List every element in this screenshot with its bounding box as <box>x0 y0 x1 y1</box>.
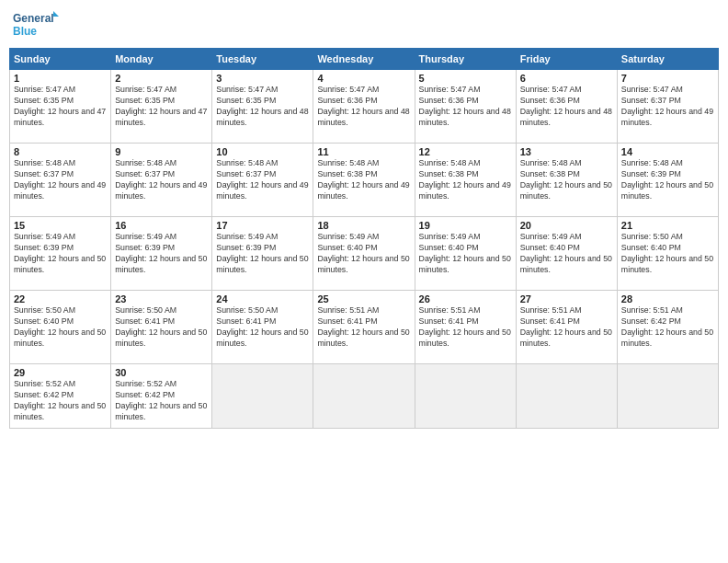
day-number: 17 <box>216 220 309 231</box>
calendar-cell: 26Sunrise: 5:51 AMSunset: 6:41 PMDayligh… <box>415 291 516 364</box>
calendar-cell: 10Sunrise: 5:48 AMSunset: 6:37 PMDayligh… <box>212 144 313 217</box>
calendar-cell: 9Sunrise: 5:48 AMSunset: 6:37 PMDaylight… <box>111 144 212 217</box>
day-info: Sunrise: 5:47 AMSunset: 6:35 PMDaylight:… <box>216 85 309 129</box>
logo: General Blue <box>13 9 61 42</box>
calendar-row: 8Sunrise: 5:48 AMSunset: 6:37 PMDaylight… <box>10 144 719 217</box>
calendar-cell: 29Sunrise: 5:52 AMSunset: 6:42 PMDayligh… <box>10 364 111 429</box>
day-info: Sunrise: 5:52 AMSunset: 6:42 PMDaylight:… <box>14 379 107 423</box>
day-info: Sunrise: 5:48 AMSunset: 6:38 PMDaylight:… <box>317 158 410 202</box>
day-number: 9 <box>115 146 208 157</box>
calendar-cell: 2Sunrise: 5:47 AMSunset: 6:35 PMDaylight… <box>111 70 212 144</box>
day-info: Sunrise: 5:47 AMSunset: 6:35 PMDaylight:… <box>115 85 208 129</box>
day-info: Sunrise: 5:49 AMSunset: 6:40 PMDaylight:… <box>419 232 512 276</box>
day-number: 6 <box>520 73 613 84</box>
day-info: Sunrise: 5:51 AMSunset: 6:41 PMDaylight:… <box>419 305 512 350</box>
day-number: 3 <box>216 73 309 84</box>
calendar-cell: 8Sunrise: 5:48 AMSunset: 6:37 PMDaylight… <box>10 144 111 217</box>
day-info: Sunrise: 5:49 AMSunset: 6:40 PMDaylight:… <box>317 232 410 276</box>
calendar-cell: 17Sunrise: 5:49 AMSunset: 6:39 PMDayligh… <box>212 217 313 291</box>
svg-text:General: General <box>13 12 54 25</box>
day-info: Sunrise: 5:48 AMSunset: 6:37 PMDaylight:… <box>216 158 309 202</box>
calendar-cell <box>212 364 313 429</box>
day-number: 7 <box>621 73 714 84</box>
calendar-cell: 3Sunrise: 5:47 AMSunset: 6:35 PMDaylight… <box>212 70 313 144</box>
calendar-cell: 14Sunrise: 5:48 AMSunset: 6:39 PMDayligh… <box>617 144 718 217</box>
weekday-header: Sunday <box>10 49 111 70</box>
weekday-header: Saturday <box>617 49 718 70</box>
svg-marker-2 <box>53 11 59 17</box>
day-info: Sunrise: 5:48 AMSunset: 6:38 PMDaylight:… <box>520 158 613 202</box>
weekday-header: Friday <box>516 49 617 70</box>
page-header: General Blue <box>9 9 719 42</box>
day-info: Sunrise: 5:48 AMSunset: 6:39 PMDaylight:… <box>621 158 714 202</box>
day-info: Sunrise: 5:50 AMSunset: 6:41 PMDaylight:… <box>115 305 208 350</box>
calendar-cell: 7Sunrise: 5:47 AMSunset: 6:37 PMDaylight… <box>617 70 718 144</box>
day-info: Sunrise: 5:49 AMSunset: 6:39 PMDaylight:… <box>14 232 107 276</box>
day-number: 5 <box>419 73 512 84</box>
day-number: 28 <box>621 293 714 304</box>
calendar-cell: 19Sunrise: 5:49 AMSunset: 6:40 PMDayligh… <box>415 217 516 291</box>
day-info: Sunrise: 5:52 AMSunset: 6:42 PMDaylight:… <box>115 379 208 423</box>
calendar-cell: 15Sunrise: 5:49 AMSunset: 6:39 PMDayligh… <box>10 217 111 291</box>
calendar-row: 1Sunrise: 5:47 AMSunset: 6:35 PMDaylight… <box>10 70 719 144</box>
calendar-cell: 24Sunrise: 5:50 AMSunset: 6:41 PMDayligh… <box>212 291 313 364</box>
svg-text:Blue: Blue <box>13 25 37 38</box>
day-info: Sunrise: 5:50 AMSunset: 6:40 PMDaylight:… <box>621 232 714 276</box>
day-number: 20 <box>520 220 613 231</box>
weekday-header: Monday <box>111 49 212 70</box>
day-info: Sunrise: 5:48 AMSunset: 6:37 PMDaylight:… <box>115 158 208 202</box>
calendar-cell: 6Sunrise: 5:47 AMSunset: 6:36 PMDaylight… <box>516 70 617 144</box>
day-number: 23 <box>115 293 208 304</box>
calendar-table: SundayMondayTuesdayWednesdayThursdayFrid… <box>9 48 719 429</box>
calendar-header-row: SundayMondayTuesdayWednesdayThursdayFrid… <box>10 49 719 70</box>
day-info: Sunrise: 5:47 AMSunset: 6:37 PMDaylight:… <box>621 85 714 129</box>
day-number: 27 <box>520 293 613 304</box>
calendar-cell: 4Sunrise: 5:47 AMSunset: 6:36 PMDaylight… <box>313 70 415 144</box>
day-info: Sunrise: 5:47 AMSunset: 6:36 PMDaylight:… <box>419 85 512 129</box>
calendar-cell <box>617 364 718 429</box>
calendar-cell <box>313 364 415 429</box>
day-number: 18 <box>317 220 410 231</box>
day-number: 14 <box>621 146 714 157</box>
day-info: Sunrise: 5:48 AMSunset: 6:37 PMDaylight:… <box>14 158 107 202</box>
day-number: 19 <box>419 220 512 231</box>
day-info: Sunrise: 5:49 AMSunset: 6:39 PMDaylight:… <box>216 232 309 276</box>
calendar-cell: 12Sunrise: 5:48 AMSunset: 6:38 PMDayligh… <box>415 144 516 217</box>
calendar-cell <box>516 364 617 429</box>
calendar-row: 15Sunrise: 5:49 AMSunset: 6:39 PMDayligh… <box>10 217 719 291</box>
weekday-header: Wednesday <box>313 49 415 70</box>
logo-svg: General Blue <box>13 9 61 42</box>
day-number: 24 <box>216 293 309 304</box>
day-number: 21 <box>621 220 714 231</box>
day-number: 10 <box>216 146 309 157</box>
calendar-cell: 27Sunrise: 5:51 AMSunset: 6:41 PMDayligh… <box>516 291 617 364</box>
day-number: 13 <box>520 146 613 157</box>
day-info: Sunrise: 5:51 AMSunset: 6:41 PMDaylight:… <box>520 305 613 350</box>
calendar-cell: 13Sunrise: 5:48 AMSunset: 6:38 PMDayligh… <box>516 144 617 217</box>
calendar-cell: 23Sunrise: 5:50 AMSunset: 6:41 PMDayligh… <box>111 291 212 364</box>
calendar-cell: 18Sunrise: 5:49 AMSunset: 6:40 PMDayligh… <box>313 217 415 291</box>
weekday-header: Tuesday <box>212 49 313 70</box>
day-info: Sunrise: 5:51 AMSunset: 6:42 PMDaylight:… <box>621 305 714 350</box>
calendar-cell: 1Sunrise: 5:47 AMSunset: 6:35 PMDaylight… <box>10 70 111 144</box>
day-number: 29 <box>14 367 107 378</box>
weekday-header: Thursday <box>415 49 516 70</box>
day-info: Sunrise: 5:51 AMSunset: 6:41 PMDaylight:… <box>317 305 410 350</box>
calendar-cell: 11Sunrise: 5:48 AMSunset: 6:38 PMDayligh… <box>313 144 415 217</box>
day-info: Sunrise: 5:47 AMSunset: 6:36 PMDaylight:… <box>520 85 613 129</box>
calendar-cell: 30Sunrise: 5:52 AMSunset: 6:42 PMDayligh… <box>111 364 212 429</box>
day-number: 22 <box>14 293 107 304</box>
day-info: Sunrise: 5:47 AMSunset: 6:36 PMDaylight:… <box>317 85 410 129</box>
calendar-row: 29Sunrise: 5:52 AMSunset: 6:42 PMDayligh… <box>10 364 719 429</box>
calendar-cell <box>415 364 516 429</box>
day-number: 4 <box>317 73 410 84</box>
day-number: 12 <box>419 146 512 157</box>
day-number: 2 <box>115 73 208 84</box>
day-number: 30 <box>115 367 208 378</box>
day-info: Sunrise: 5:48 AMSunset: 6:38 PMDaylight:… <box>419 158 512 202</box>
day-number: 25 <box>317 293 410 304</box>
calendar-cell: 16Sunrise: 5:49 AMSunset: 6:39 PMDayligh… <box>111 217 212 291</box>
day-number: 11 <box>317 146 410 157</box>
calendar-cell: 28Sunrise: 5:51 AMSunset: 6:42 PMDayligh… <box>617 291 718 364</box>
calendar-cell: 25Sunrise: 5:51 AMSunset: 6:41 PMDayligh… <box>313 291 415 364</box>
